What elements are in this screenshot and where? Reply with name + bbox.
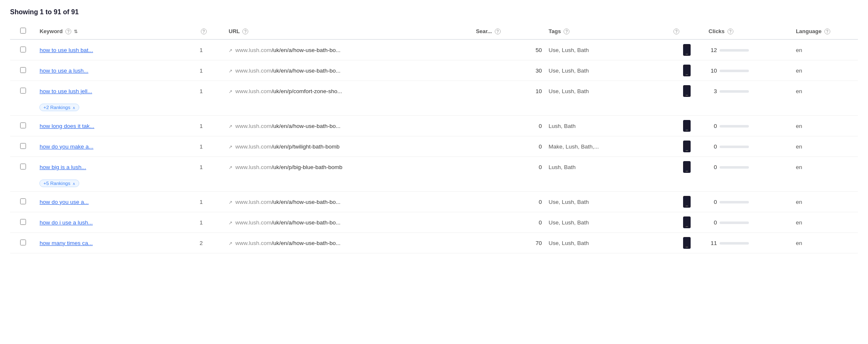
url-path: /uk/en/a/how-use-bath-bo... [272,47,340,53]
url-header-label: URL [229,28,239,34]
search-header-label: Sear... [476,28,492,34]
url-link[interactable]: ↗ www.lush.com/uk/en/a/how-use-bath-bo..… [229,68,340,74]
clicks-bar [720,70,749,72]
tags-help-icon[interactable]: ? [564,29,569,34]
language-cell: en [793,136,858,157]
url-domain: www.lush.com [235,47,271,53]
search-volume-cell: 0 [473,157,545,177]
row-checkbox-cell [10,39,36,60]
url-link[interactable]: ↗ www.lush.com/uk/en/a/how-use-bath-bo..… [229,47,340,53]
url-path: /uk/en/p/twilight-bath-bomb [272,143,340,150]
url-link[interactable]: ↗ www.lush.com/uk/en/a/how-use-bath-bo..… [229,123,340,129]
clicks-number: 0 [709,164,717,170]
mobile-device-icon [683,161,691,173]
url-cell[interactable]: ↗ www.lush.com/uk/en/a/how-use-bath-bo..… [225,39,473,60]
keyword-cell[interactable]: how to use lush jell... [36,81,196,102]
url-link[interactable]: ↗ www.lush.com/uk/en/p/comfort-zone-sho.… [229,88,342,94]
row-checkbox[interactable] [20,219,26,225]
clicks-cell: 0 [705,136,793,157]
rankings-badge[interactable]: +2 Rankings ∧ [39,104,79,111]
mobile-device-icon [683,85,691,97]
url-link[interactable]: ↗ www.lush.com/uk/en/a/how-use-bath-bo..… [229,199,340,205]
url-cell[interactable]: ↗ www.lush.com/uk/en/a/how-use-bath-bo..… [225,116,473,136]
url-domain: www.lush.com [235,164,271,170]
keyword-cell[interactable]: how do you make a... [36,136,196,157]
clicks-bar [720,242,749,245]
mobile-device-icon [683,65,691,76]
url-cell[interactable]: ↗ www.lush.com/uk/en/a/how-use-bath-bo..… [225,60,473,81]
row-checkbox-cell [10,212,36,233]
url-cell[interactable]: ↗ www.lush.com/uk/en/a/how-use-bath-bo..… [225,192,473,212]
clicks-help-icon[interactable]: ? [728,29,733,34]
row-checkbox[interactable] [20,47,26,52]
row-checkbox[interactable] [20,122,26,128]
url-link[interactable]: ↗ www.lush.com/uk/en/a/how-use-bath-bo..… [229,240,340,246]
language-help-icon[interactable]: ? [824,29,830,34]
rank-cell: 2 [196,233,225,253]
url-cell[interactable]: ↗ www.lush.com/uk/en/a/how-use-bath-bo..… [225,233,473,253]
rank-help-icon[interactable]: ? [201,29,207,34]
url-help-icon[interactable]: ? [242,29,248,34]
keyword-sort-icon[interactable]: ⇅ [74,29,78,34]
row-checkbox[interactable] [20,67,26,73]
url-cell[interactable]: ↗ www.lush.com/uk/en/p/comfort-zone-sho.… [225,81,473,102]
clicks-number: 0 [709,199,717,205]
rankings-badge-row: +5 Rankings ∧ [10,177,858,192]
clicks-number: 11 [709,240,717,246]
device-cell [669,39,705,60]
row-checkbox[interactable] [20,198,26,204]
keyword-cell[interactable]: how to use a lush... [36,60,196,81]
external-link-icon: ↗ [229,124,234,129]
external-link-icon: ↗ [229,200,234,205]
keyword-cell[interactable]: how do you use a... [36,192,196,212]
device-help-icon[interactable]: ? [673,29,679,34]
clicks-bar [720,49,749,52]
clicks-cell: 0 [705,212,793,233]
url-cell[interactable]: ↗ www.lush.com/uk/en/p/twilight-bath-bom… [225,136,473,157]
table-row: how to use lush bat...1↗ www.lush.com/uk… [10,39,858,60]
url-link[interactable]: ↗ www.lush.com/uk/en/a/how-use-bath-bo..… [229,219,340,226]
external-link-icon: ↗ [229,48,234,53]
language-cell: en [793,233,858,253]
clicks-header-label: Clicks [709,28,725,34]
row-checkbox[interactable] [20,240,26,245]
row-checkbox[interactable] [20,164,26,169]
rank-help-header: ? [196,23,225,39]
row-checkbox[interactable] [20,88,26,94]
keyword-help-icon[interactable]: ? [65,29,71,34]
language-cell: en [793,81,858,102]
table-header: Keyword ? ⇅ ? URL ? Sear... ? Tags ? [10,23,858,39]
url-link[interactable]: ↗ www.lush.com/uk/en/p/twilight-bath-bom… [229,143,339,150]
external-link-icon: ↗ [229,89,234,94]
url-link[interactable]: ↗ www.lush.com/uk/en/p/big-blue-bath-bom… [229,164,342,170]
rankings-badge[interactable]: +5 Rankings ∧ [39,180,79,187]
select-all-checkbox[interactable] [20,28,26,34]
row-checkbox[interactable] [20,143,26,149]
mobile-device-icon [683,196,691,208]
external-link-icon: ↗ [229,220,234,225]
tags-cell: Use, Lush, Bath [545,60,669,81]
url-cell[interactable]: ↗ www.lush.com/uk/en/p/big-blue-bath-bom… [225,157,473,177]
keyword-cell[interactable]: how many times ca... [36,233,196,253]
keyword-cell[interactable]: how big is a lush... [36,157,196,177]
keyword-cell[interactable]: how to use lush bat... [36,39,196,60]
select-all-header[interactable] [10,23,36,39]
clicks-bar [720,201,749,203]
device-cell [669,116,705,136]
device-cell [669,192,705,212]
clicks-column-header: Clicks ? [705,23,793,39]
clicks-cell: 11 [705,233,793,253]
showing-count: Showing 1 to 91 of 91 [10,8,858,16]
tags-cell: Use, Lush, Bath [545,212,669,233]
table-row: how do you use a...1↗ www.lush.com/uk/en… [10,192,858,212]
url-cell[interactable]: ↗ www.lush.com/uk/en/a/how-use-bath-bo..… [225,212,473,233]
mobile-device-icon [683,141,691,152]
clicks-bar [720,222,749,224]
url-domain: www.lush.com [235,219,271,226]
search-help-icon[interactable]: ? [495,29,501,34]
rankings-badge-row: +2 Rankings ∧ [10,101,858,116]
keyword-cell[interactable]: how long does it tak... [36,116,196,136]
url-path: /uk/en/a/how-use-bath-bo... [272,199,340,205]
table-row: how to use a lush...1↗ www.lush.com/uk/e… [10,60,858,81]
keyword-cell[interactable]: how do i use a lush... [36,212,196,233]
